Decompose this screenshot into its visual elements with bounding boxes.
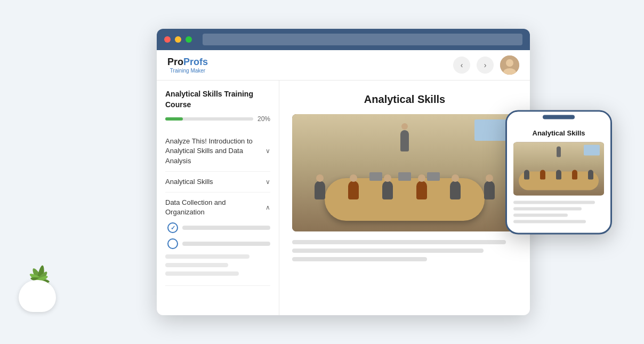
phone-content: Analytical Skills — [507, 122, 610, 233]
chevron-down-icon-2: ∨ — [265, 178, 270, 186]
sidebar-placeholder-lines — [165, 254, 270, 276]
browser-body: ProProfs Training Maker ‹ › An — [157, 50, 530, 315]
progress-percent: 20% — [257, 115, 270, 123]
phone-person-3 — [556, 170, 561, 179]
sidebar-item-3-label: Data Collection and Organization — [165, 198, 261, 217]
person-3 — [382, 181, 393, 199]
lesson-image — [292, 114, 517, 231]
progress-bar-container: 20% — [165, 115, 270, 123]
phone-placeholder-lines — [513, 201, 604, 223]
phone-line-1 — [513, 201, 595, 204]
person-4 — [416, 181, 427, 199]
chevron-up-icon-3: ∧ — [265, 204, 270, 211]
person-2 — [348, 181, 359, 199]
phone-person-5 — [588, 170, 593, 179]
content-line-3 — [292, 257, 427, 261]
phone-line-2 — [513, 207, 582, 210]
content-line-1 — [292, 240, 506, 244]
sub-item-check-1 — [167, 222, 178, 233]
content-line-2 — [292, 249, 484, 253]
logo-profs: Profs — [183, 57, 208, 67]
sidebar-item-3-header[interactable]: Data Collection and Organization ∧ — [165, 198, 270, 217]
phone-lesson-image — [513, 142, 604, 195]
plant-decoration — [16, 243, 59, 312]
laptop-2 — [398, 172, 411, 181]
browser-titlebar — [157, 29, 530, 50]
phone-line-4 — [513, 220, 586, 223]
header-nav: ‹ › — [453, 55, 519, 75]
sub-item-check-2 — [167, 238, 178, 249]
avatar[interactable] — [500, 55, 519, 75]
logo-text: ProProfs — [167, 57, 208, 68]
sidebar-item-1[interactable]: Analyze This! Introduction to Analytical… — [165, 131, 270, 172]
person-5 — [450, 181, 461, 199]
scene-presenter — [400, 130, 409, 151]
sidebar-item-2-label: Analytical Skills — [165, 177, 261, 187]
logo-subtitle: Training Maker — [167, 68, 208, 74]
dot-green[interactable] — [186, 36, 192, 43]
sub-item-bar-2 — [182, 242, 270, 246]
phone-notch-bar — [543, 115, 575, 119]
logo: ProProfs Training Maker — [167, 57, 208, 74]
phone-scene-presenter — [557, 146, 561, 157]
person-6 — [484, 181, 495, 199]
dot-yellow[interactable] — [175, 36, 181, 43]
progress-bar-fill — [165, 117, 183, 121]
chevron-down-icon-1: ∨ — [265, 147, 270, 155]
sidebar-sub-items — [165, 222, 270, 249]
sidebar-item-1-label: Analyze This! Introduction to Analytical… — [165, 137, 261, 166]
svg-point-7 — [506, 59, 513, 67]
placeholder-line-2 — [165, 263, 228, 267]
phone-scene-people — [513, 170, 604, 179]
sidebar-item-1-header[interactable]: Analyze This! Introduction to Analytical… — [165, 137, 270, 166]
browser-header: ProProfs Training Maker ‹ › — [157, 50, 530, 81]
progress-bar-track — [165, 117, 253, 121]
laptop-1 — [369, 172, 382, 181]
scene — [292, 114, 517, 231]
sidebar: Analytical Skills Training Course 20% An… — [157, 81, 279, 315]
phone-scene-screen — [584, 145, 600, 155]
scene-laptops — [369, 172, 440, 181]
sidebar-item-3[interactable]: Data Collection and Organization ∧ — [165, 193, 270, 286]
phone-person-4 — [572, 170, 577, 179]
sidebar-item-2[interactable]: Analytical Skills ∨ — [165, 172, 270, 193]
scene-people — [292, 181, 517, 199]
dot-red[interactable] — [164, 36, 171, 43]
sub-item-1[interactable] — [167, 222, 270, 233]
logo-pro: Pro — [167, 57, 183, 67]
phone-person-2 — [540, 170, 545, 179]
placeholder-line-1 — [165, 254, 249, 259]
phone-person-1 — [524, 170, 529, 179]
url-bar[interactable] — [203, 34, 522, 45]
sub-item-2[interactable] — [167, 238, 270, 249]
sub-item-bar-1 — [182, 226, 270, 230]
main-content: Analytical Skills — [279, 81, 530, 315]
laptop-3 — [427, 172, 440, 181]
browser-mockup: ProProfs Training Maker ‹ › An — [157, 29, 530, 315]
sidebar-item-2-header[interactable]: Analytical Skills ∨ — [165, 177, 270, 187]
phone-mockup: Analytical Skills — [505, 110, 612, 234]
placeholder-line-3 — [165, 271, 239, 276]
course-title: Analytical Skills Training Course — [165, 89, 270, 110]
nav-back-button[interactable]: ‹ — [453, 57, 470, 74]
scene-screen — [474, 119, 506, 141]
lesson-title: Analytical Skills — [292, 93, 517, 106]
nav-forward-button[interactable]: › — [477, 57, 494, 74]
content-placeholders — [292, 240, 517, 261]
browser-content: Analytical Skills Training Course 20% An… — [157, 81, 530, 315]
phone-scene — [513, 142, 604, 195]
phone-notch — [507, 111, 610, 122]
person-1 — [315, 181, 325, 199]
phone-line-3 — [513, 213, 568, 217]
phone-lesson-title: Analytical Skills — [513, 129, 604, 137]
